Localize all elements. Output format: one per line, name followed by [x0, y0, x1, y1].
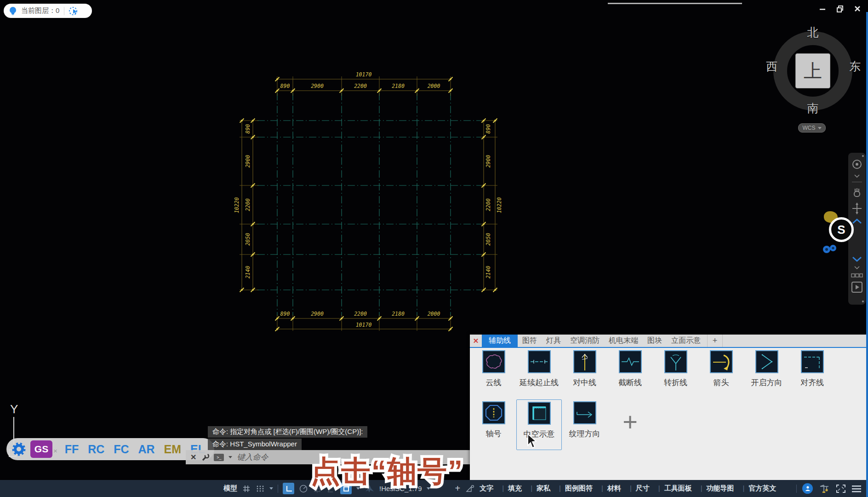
tab-hvac-fire[interactable]: 空调消防 [565, 335, 604, 347]
crane-icon[interactable] [818, 483, 830, 494]
chevron-down-icon[interactable] [228, 456, 232, 458]
scroll-up-icon[interactable] [852, 219, 862, 224]
item-label: 云线 [486, 377, 502, 388]
polar-tracking-icon[interactable] [299, 484, 308, 493]
gs-command-button[interactable]: GS [30, 440, 52, 458]
model-space-button[interactable]: 模型 [223, 484, 237, 493]
panel-legend-symbols[interactable]: 图例图符 [555, 484, 593, 493]
assistant-icon[interactable] [802, 483, 813, 494]
item-continuation-line[interactable]: 延续起止线 [516, 348, 562, 397]
turning-line-icon [664, 350, 687, 373]
compass-top-face[interactable]: 上 [795, 53, 830, 88]
command-input-placeholder[interactable]: 键入命令 [237, 452, 268, 462]
break-line-icon [619, 350, 642, 373]
toolbar-divider [852, 182, 862, 182]
item-break-line[interactable]: 截断线 [607, 348, 653, 397]
svg-text:10220: 10220 [496, 197, 503, 214]
tab-symbols[interactable]: 图符 [518, 335, 542, 347]
tab-elevation[interactable]: 立面示意 [667, 335, 705, 347]
frames-icon[interactable] [851, 273, 863, 277]
plus-icon: + [622, 401, 638, 443]
item-label: 开启方向 [751, 377, 782, 388]
move-arrows-icon[interactable] [851, 202, 863, 214]
chevron-down-icon[interactable] [854, 174, 860, 178]
pan-hand-icon[interactable] [851, 186, 863, 198]
tab-mep-terminal[interactable]: 机电末端 [604, 335, 643, 347]
scroll-down-icon[interactable] [852, 256, 862, 262]
svg-text:2900: 2900 [311, 311, 324, 317]
wcs-dropdown[interactable]: WCS [798, 123, 826, 133]
palette-row: 云线 延续起止线 对中线 [471, 348, 835, 397]
ortho-mode-button[interactable] [283, 483, 294, 494]
panel-official-english[interactable]: 官方英文 [739, 484, 777, 493]
panel-feature-map[interactable]: 功能导图 [697, 484, 734, 493]
tab-auxiliary-lines[interactable]: 辅助线 [482, 335, 518, 347]
minimize-button[interactable] [817, 4, 828, 14]
play-icon[interactable] [851, 282, 862, 293]
quick-command-bar[interactable]: GS × FF RC FC AR EM EL [6, 438, 214, 460]
terminal-icon[interactable]: >_ [214, 454, 224, 461]
panel-text[interactable]: 文字 [480, 484, 493, 493]
orbit-icon[interactable] [851, 158, 863, 170]
gear-icon[interactable] [12, 442, 26, 456]
pill-divider [64, 7, 64, 15]
tab-lighting[interactable]: 灯具 [542, 335, 565, 347]
item-label: 轴号 [486, 428, 502, 439]
svg-text:2140: 2140 [485, 266, 491, 279]
gs-close-icon[interactable]: × [53, 447, 57, 455]
restore-button[interactable] [835, 4, 845, 14]
toolbar-handle-dot [862, 301, 864, 302]
panel-materials[interactable]: 材料 [597, 484, 621, 493]
svg-text:890: 890 [485, 124, 491, 134]
panel-dimensions[interactable]: 尺寸 [626, 484, 650, 493]
close-button[interactable] [852, 4, 862, 14]
item-opening-direction[interactable]: 开启方向 [744, 348, 789, 397]
chevron-down-icon[interactable] [854, 266, 860, 269]
shortcut-ff[interactable]: FF [65, 443, 79, 456]
tab-blocks[interactable]: 图块 [643, 335, 667, 347]
cancel-icon[interactable]: ✕ [190, 453, 196, 462]
statusbar-divider [278, 485, 278, 493]
select-similar-icon[interactable] [68, 6, 79, 17]
svg-text:10170: 10170 [356, 71, 372, 78]
panel-hatch[interactable]: 填充 [498, 484, 522, 493]
item-turning-line[interactable]: 转折线 [653, 348, 698, 397]
compass-north[interactable]: 北 [807, 25, 819, 40]
current-layer-label: 当前图层：0 [21, 6, 59, 15]
shortcut-rc[interactable]: RC [88, 443, 104, 456]
annotation-scale-icon[interactable] [465, 484, 475, 493]
item-alignment-line[interactable]: 对齐线 [789, 348, 835, 397]
menu-hamburger-icon[interactable] [851, 485, 862, 493]
shortcut-ar[interactable]: AR [138, 443, 155, 456]
chevron-down-icon[interactable] [269, 487, 273, 490]
shortcut-em[interactable]: EM [164, 443, 182, 456]
item-centering-line[interactable]: 对中线 [562, 348, 607, 397]
view-compass[interactable]: 北 南 西 东 上 [773, 31, 852, 110]
compass-east[interactable]: 东 [849, 59, 861, 74]
svg-text:2000: 2000 [428, 311, 440, 317]
app-window: 1017089029002200218020008902900220021802… [0, 0, 868, 497]
wrench-icon[interactable] [201, 453, 209, 462]
restore-icon [837, 6, 844, 12]
panel-furniture[interactable]: 家私 [526, 484, 550, 493]
binoculars-icon[interactable] [822, 243, 839, 254]
add-item-button[interactable]: + [607, 399, 653, 450]
current-layer-widget[interactable]: 当前图层：0 [4, 4, 92, 18]
item-cloud-line[interactable]: 云线 [471, 348, 516, 397]
compass-west[interactable]: 西 [766, 59, 777, 74]
snap-dots-icon[interactable] [256, 484, 265, 493]
panel-tool-palette[interactable]: 工具面板 [654, 484, 692, 493]
item-axis-number[interactable]: 轴号 [471, 399, 516, 450]
grid-icon[interactable] [242, 484, 251, 493]
fullscreen-icon[interactable] [836, 484, 846, 493]
shortcut-fc[interactable]: FC [114, 443, 129, 456]
add-tab-button[interactable]: + [707, 335, 723, 347]
compass-south[interactable]: 南 [807, 101, 819, 116]
palette-close-button[interactable]: ✕ [470, 335, 482, 347]
svg-text:890: 890 [280, 311, 290, 317]
item-label: 转折线 [664, 377, 687, 388]
item-arrow[interactable]: 箭头 [698, 348, 744, 397]
item-texture-direction[interactable]: 纹理方向 [562, 399, 607, 450]
axis-number-icon [482, 401, 505, 424]
item-hollow-schematic[interactable]: 中空示意 [516, 399, 562, 450]
